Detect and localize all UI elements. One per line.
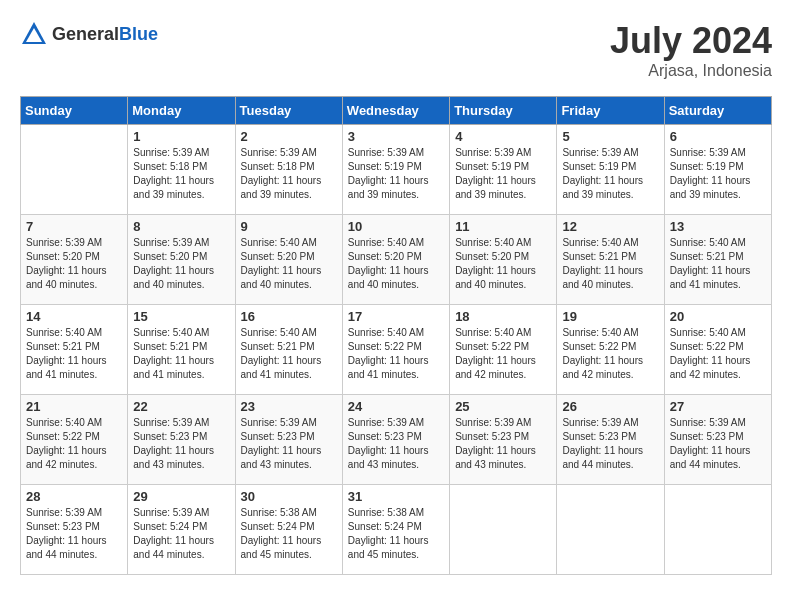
calendar-cell: 1Sunrise: 5:39 AM Sunset: 5:18 PM Daylig… (128, 125, 235, 215)
day-info: Sunrise: 5:40 AM Sunset: 5:20 PM Dayligh… (455, 236, 551, 292)
calendar-table: SundayMondayTuesdayWednesdayThursdayFrid… (20, 96, 772, 575)
day-info: Sunrise: 5:39 AM Sunset: 5:20 PM Dayligh… (133, 236, 229, 292)
header-saturday: Saturday (664, 97, 771, 125)
month-title: July 2024 (610, 20, 772, 62)
day-number: 9 (241, 219, 337, 234)
calendar-cell: 4Sunrise: 5:39 AM Sunset: 5:19 PM Daylig… (450, 125, 557, 215)
day-number: 20 (670, 309, 766, 324)
calendar-cell: 26Sunrise: 5:39 AM Sunset: 5:23 PM Dayli… (557, 395, 664, 485)
calendar-week-5: 28Sunrise: 5:39 AM Sunset: 5:23 PM Dayli… (21, 485, 772, 575)
header-monday: Monday (128, 97, 235, 125)
calendar-cell (21, 125, 128, 215)
day-number: 31 (348, 489, 444, 504)
header-tuesday: Tuesday (235, 97, 342, 125)
day-info: Sunrise: 5:39 AM Sunset: 5:19 PM Dayligh… (562, 146, 658, 202)
calendar-cell: 15Sunrise: 5:40 AM Sunset: 5:21 PM Dayli… (128, 305, 235, 395)
header-sunday: Sunday (21, 97, 128, 125)
day-info: Sunrise: 5:39 AM Sunset: 5:23 PM Dayligh… (562, 416, 658, 472)
calendar-week-3: 14Sunrise: 5:40 AM Sunset: 5:21 PM Dayli… (21, 305, 772, 395)
day-info: Sunrise: 5:39 AM Sunset: 5:23 PM Dayligh… (670, 416, 766, 472)
day-number: 29 (133, 489, 229, 504)
calendar-cell: 25Sunrise: 5:39 AM Sunset: 5:23 PM Dayli… (450, 395, 557, 485)
calendar-cell: 19Sunrise: 5:40 AM Sunset: 5:22 PM Dayli… (557, 305, 664, 395)
header-friday: Friday (557, 97, 664, 125)
header-thursday: Thursday (450, 97, 557, 125)
calendar-cell: 9Sunrise: 5:40 AM Sunset: 5:20 PM Daylig… (235, 215, 342, 305)
day-number: 18 (455, 309, 551, 324)
day-number: 8 (133, 219, 229, 234)
day-info: Sunrise: 5:40 AM Sunset: 5:21 PM Dayligh… (670, 236, 766, 292)
day-number: 5 (562, 129, 658, 144)
day-number: 12 (562, 219, 658, 234)
calendar-cell: 16Sunrise: 5:40 AM Sunset: 5:21 PM Dayli… (235, 305, 342, 395)
day-number: 21 (26, 399, 122, 414)
day-info: Sunrise: 5:40 AM Sunset: 5:20 PM Dayligh… (348, 236, 444, 292)
calendar-cell: 27Sunrise: 5:39 AM Sunset: 5:23 PM Dayli… (664, 395, 771, 485)
calendar-cell: 5Sunrise: 5:39 AM Sunset: 5:19 PM Daylig… (557, 125, 664, 215)
calendar-week-2: 7Sunrise: 5:39 AM Sunset: 5:20 PM Daylig… (21, 215, 772, 305)
logo-text-general: General (52, 24, 119, 44)
day-info: Sunrise: 5:40 AM Sunset: 5:21 PM Dayligh… (26, 326, 122, 382)
day-number: 27 (670, 399, 766, 414)
calendar-cell (557, 485, 664, 575)
day-info: Sunrise: 5:39 AM Sunset: 5:23 PM Dayligh… (348, 416, 444, 472)
day-number: 26 (562, 399, 658, 414)
calendar-cell: 14Sunrise: 5:40 AM Sunset: 5:21 PM Dayli… (21, 305, 128, 395)
day-info: Sunrise: 5:40 AM Sunset: 5:22 PM Dayligh… (26, 416, 122, 472)
day-info: Sunrise: 5:40 AM Sunset: 5:22 PM Dayligh… (562, 326, 658, 382)
day-info: Sunrise: 5:40 AM Sunset: 5:21 PM Dayligh… (562, 236, 658, 292)
day-number: 22 (133, 399, 229, 414)
day-number: 25 (455, 399, 551, 414)
day-number: 4 (455, 129, 551, 144)
day-info: Sunrise: 5:38 AM Sunset: 5:24 PM Dayligh… (348, 506, 444, 562)
logo-text-blue: Blue (119, 24, 158, 44)
day-info: Sunrise: 5:39 AM Sunset: 5:23 PM Dayligh… (133, 416, 229, 472)
calendar-cell: 22Sunrise: 5:39 AM Sunset: 5:23 PM Dayli… (128, 395, 235, 485)
day-info: Sunrise: 5:39 AM Sunset: 5:19 PM Dayligh… (670, 146, 766, 202)
day-info: Sunrise: 5:39 AM Sunset: 5:23 PM Dayligh… (26, 506, 122, 562)
calendar-cell: 18Sunrise: 5:40 AM Sunset: 5:22 PM Dayli… (450, 305, 557, 395)
day-number: 13 (670, 219, 766, 234)
day-info: Sunrise: 5:40 AM Sunset: 5:21 PM Dayligh… (241, 326, 337, 382)
day-info: Sunrise: 5:39 AM Sunset: 5:18 PM Dayligh… (241, 146, 337, 202)
calendar-cell: 28Sunrise: 5:39 AM Sunset: 5:23 PM Dayli… (21, 485, 128, 575)
calendar-cell (450, 485, 557, 575)
header-wednesday: Wednesday (342, 97, 449, 125)
calendar-week-4: 21Sunrise: 5:40 AM Sunset: 5:22 PM Dayli… (21, 395, 772, 485)
calendar-cell: 11Sunrise: 5:40 AM Sunset: 5:20 PM Dayli… (450, 215, 557, 305)
day-info: Sunrise: 5:39 AM Sunset: 5:23 PM Dayligh… (455, 416, 551, 472)
calendar-cell: 6Sunrise: 5:39 AM Sunset: 5:19 PM Daylig… (664, 125, 771, 215)
day-number: 24 (348, 399, 444, 414)
calendar-cell: 21Sunrise: 5:40 AM Sunset: 5:22 PM Dayli… (21, 395, 128, 485)
day-info: Sunrise: 5:39 AM Sunset: 5:19 PM Dayligh… (455, 146, 551, 202)
title-area: July 2024 Arjasa, Indonesia (610, 20, 772, 80)
day-number: 23 (241, 399, 337, 414)
calendar-cell: 7Sunrise: 5:39 AM Sunset: 5:20 PM Daylig… (21, 215, 128, 305)
calendar-cell: 10Sunrise: 5:40 AM Sunset: 5:20 PM Dayli… (342, 215, 449, 305)
page-header: GeneralBlue July 2024 Arjasa, Indonesia (20, 20, 772, 80)
calendar-cell: 12Sunrise: 5:40 AM Sunset: 5:21 PM Dayli… (557, 215, 664, 305)
day-number: 19 (562, 309, 658, 324)
logo: GeneralBlue (20, 20, 158, 48)
calendar-cell: 8Sunrise: 5:39 AM Sunset: 5:20 PM Daylig… (128, 215, 235, 305)
calendar-cell: 3Sunrise: 5:39 AM Sunset: 5:19 PM Daylig… (342, 125, 449, 215)
day-info: Sunrise: 5:40 AM Sunset: 5:22 PM Dayligh… (348, 326, 444, 382)
day-info: Sunrise: 5:39 AM Sunset: 5:18 PM Dayligh… (133, 146, 229, 202)
day-info: Sunrise: 5:38 AM Sunset: 5:24 PM Dayligh… (241, 506, 337, 562)
calendar-week-1: 1Sunrise: 5:39 AM Sunset: 5:18 PM Daylig… (21, 125, 772, 215)
day-number: 6 (670, 129, 766, 144)
day-number: 2 (241, 129, 337, 144)
calendar-cell: 20Sunrise: 5:40 AM Sunset: 5:22 PM Dayli… (664, 305, 771, 395)
day-number: 11 (455, 219, 551, 234)
logo-icon (20, 20, 48, 48)
day-number: 30 (241, 489, 337, 504)
day-number: 7 (26, 219, 122, 234)
day-number: 10 (348, 219, 444, 234)
calendar-cell: 29Sunrise: 5:39 AM Sunset: 5:24 PM Dayli… (128, 485, 235, 575)
day-number: 17 (348, 309, 444, 324)
day-info: Sunrise: 5:40 AM Sunset: 5:22 PM Dayligh… (670, 326, 766, 382)
calendar-cell: 2Sunrise: 5:39 AM Sunset: 5:18 PM Daylig… (235, 125, 342, 215)
day-info: Sunrise: 5:39 AM Sunset: 5:23 PM Dayligh… (241, 416, 337, 472)
calendar-cell: 17Sunrise: 5:40 AM Sunset: 5:22 PM Dayli… (342, 305, 449, 395)
calendar-header-row: SundayMondayTuesdayWednesdayThursdayFrid… (21, 97, 772, 125)
